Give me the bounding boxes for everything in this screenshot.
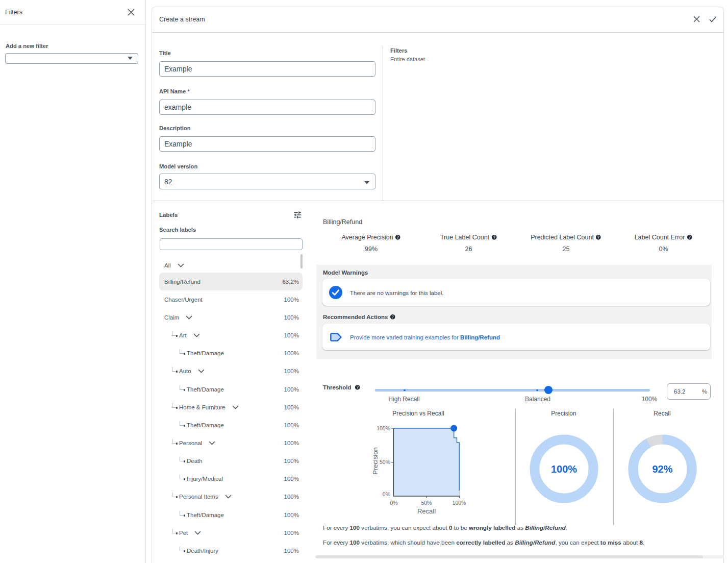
- svg-text:0%: 0%: [383, 491, 390, 497]
- svg-text:100%: 100%: [453, 500, 466, 506]
- svg-text:50%: 50%: [421, 500, 432, 506]
- svg-text:100%: 100%: [376, 425, 390, 431]
- svg-text:0%: 0%: [390, 500, 397, 506]
- svg-text:50%: 50%: [380, 459, 390, 465]
